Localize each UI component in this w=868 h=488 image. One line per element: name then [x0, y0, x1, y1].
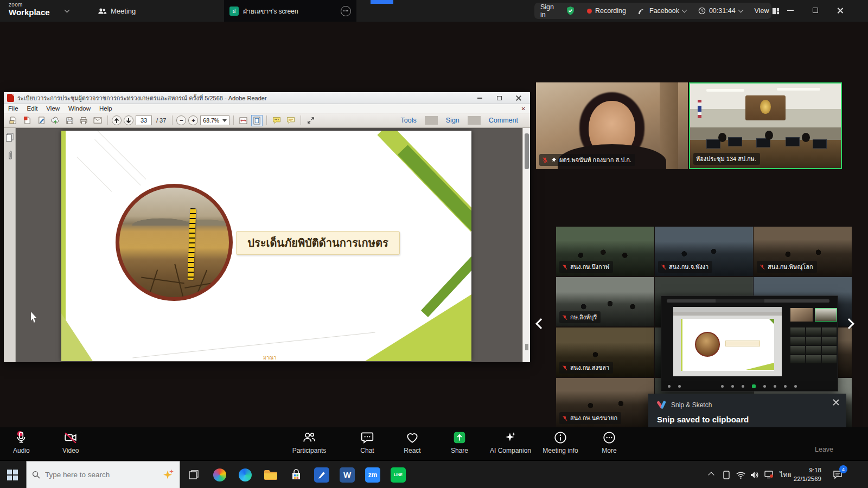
chat-icon	[360, 431, 374, 445]
leave-button[interactable]: Leave	[815, 446, 833, 453]
video-tile[interactable]: สนง.กษ.สงขลา	[556, 328, 654, 377]
taskbar-line-app[interactable]: LINE	[386, 461, 411, 488]
tray-display-icon[interactable]	[762, 461, 776, 488]
highlight-note-button[interactable]	[285, 114, 297, 126]
edit-pdf-button[interactable]	[35, 114, 47, 126]
adobe-maximize-button[interactable]	[491, 93, 507, 103]
task-view-button[interactable]	[181, 461, 206, 488]
participants-button[interactable]: Participants	[288, 431, 331, 454]
tray-show-hidden-icons[interactable]	[703, 461, 719, 488]
menu-edit[interactable]: Edit	[27, 105, 38, 112]
video-tile[interactable]: สนง.กษ.นครนายก	[556, 378, 654, 427]
page-thumbnails-icon[interactable]	[5, 133, 14, 142]
adobe-close-button[interactable]	[510, 93, 527, 103]
taskbar-word-app[interactable]: W	[335, 461, 360, 488]
chat-button[interactable]: Chat	[354, 431, 381, 454]
adobe-document-area: ประเด็นภัยพิบัติด้านการเกษตร มาณา 13.33 …	[4, 128, 530, 362]
muted-mic-icon	[562, 415, 567, 421]
video-tile-pinned-speaker[interactable]: ผตร.พจนันท์ กองมาก ส.ป.ก.	[536, 82, 688, 169]
copilot-sparkle-icon	[163, 470, 174, 480]
page-number-input[interactable]: 33	[136, 115, 152, 125]
muted-mic-icon	[661, 264, 666, 270]
workspace-chevron-down-icon[interactable]	[65, 8, 70, 13]
zoom-in-button[interactable]: +	[188, 115, 198, 125]
tray-wifi-icon[interactable]	[733, 461, 748, 488]
app-minimize-button[interactable]	[778, 0, 802, 21]
share-tab-avatar: ฝ	[229, 7, 239, 16]
ai-companion-button[interactable]: AI Companion	[487, 431, 534, 454]
share-cloud-button[interactable]	[49, 114, 61, 126]
share-tab-more-icon[interactable]	[341, 6, 351, 16]
comment-bubble-button[interactable]	[271, 114, 283, 126]
app-close-button[interactable]	[828, 0, 852, 21]
gallery-prev-page-icon[interactable]	[535, 318, 546, 329]
encryption-shield-icon[interactable]	[560, 3, 581, 19]
recording-indicator[interactable]: Recording	[581, 3, 632, 19]
email-button[interactable]	[92, 114, 104, 126]
start-button[interactable]	[0, 461, 25, 488]
people-icon	[98, 7, 107, 15]
pdf-scrollbar[interactable]	[522, 128, 530, 362]
drought-photo-circle	[116, 184, 233, 301]
adobe-minimize-button[interactable]	[471, 93, 488, 103]
video-tile[interactable]: สนง.กษ.จ.พังงา	[655, 227, 753, 276]
next-page-button[interactable]	[124, 115, 133, 125]
meeting-timer[interactable]: 00:31:44	[692, 3, 749, 19]
facet-bottomleft-wedge	[61, 313, 93, 361]
fit-page-button[interactable]	[251, 115, 263, 126]
livestream-facebook[interactable]: Facebook	[632, 3, 692, 19]
save-button[interactable]	[63, 114, 75, 126]
menu-view[interactable]: View	[46, 105, 60, 112]
edge-icon	[239, 468, 252, 481]
search-input[interactable]	[45, 471, 158, 479]
tray-clock[interactable]: 9:18 22/1/2569	[788, 461, 821, 488]
sign-in-button[interactable]: Sign in	[534, 3, 560, 19]
brand-workplace: Workplace	[9, 8, 50, 16]
menu-window[interactable]: Window	[68, 105, 91, 112]
sign-panel-button[interactable]: Sign	[439, 117, 466, 124]
audio-button[interactable]: Audio	[13, 431, 30, 454]
tab-meeting[interactable]: Meeting	[92, 0, 141, 22]
menu-file[interactable]: File	[8, 105, 18, 112]
zoom-out-button[interactable]: −	[176, 115, 186, 125]
attachments-paperclip-icon[interactable]	[7, 150, 13, 160]
video-button[interactable]: Video	[62, 431, 79, 454]
open-file-button[interactable]	[7, 114, 19, 126]
meeting-info-button[interactable]: Meeting info	[539, 431, 582, 454]
video-tile[interactable]: สนง.กษ.พิษณุโลก	[754, 227, 852, 276]
action-center-button[interactable]: 4	[827, 461, 848, 488]
taskbar-mail-app[interactable]	[309, 461, 334, 488]
thai-flag	[698, 100, 701, 118]
create-pdf-button[interactable]	[21, 114, 33, 126]
video-tile[interactable]: สนง.กษ.บึงกาฬ	[556, 227, 654, 276]
print-button[interactable]	[78, 114, 90, 126]
taskbar-photos-app[interactable]	[207, 461, 232, 488]
comment-panel-button[interactable]: Comment	[482, 117, 525, 124]
slide-title-box: ประเด็นภัยพิบัติด้านการเกษตร	[236, 231, 400, 255]
taskbar-store-app[interactable]	[284, 461, 309, 488]
share-button[interactable]: Share	[446, 431, 473, 454]
pdf-scrollbar-thumb[interactable]	[525, 133, 529, 169]
app-restore-button[interactable]	[803, 0, 827, 21]
snip-preview-image[interactable]	[661, 296, 838, 391]
taskbar-edge-app[interactable]	[233, 461, 258, 488]
zoom-level-select[interactable]: 68.7%	[200, 115, 229, 125]
menubar-close-icon[interactable]: ✕	[521, 106, 526, 112]
tray-device-icon[interactable]	[719, 461, 733, 488]
previous-page-button[interactable]	[112, 115, 122, 125]
menu-help[interactable]: Help	[99, 105, 112, 112]
taskbar-search[interactable]	[26, 461, 180, 488]
fit-width-button[interactable]	[238, 115, 249, 126]
tab-shared-screen[interactable]: ฝ ฝ่ายเลขาฯ's screen	[224, 0, 356, 22]
tools-panel-button[interactable]: Tools	[394, 117, 423, 124]
tray-volume-icon[interactable]	[748, 461, 762, 488]
adobe-title-bar[interactable]: ระเบียบวาระการประชุมผู้ตรวจราชการกระทรวง…	[4, 92, 530, 104]
fullscreen-button[interactable]	[305, 114, 317, 126]
taskbar-zoom-app[interactable]: zm	[360, 461, 385, 488]
video-tile[interactable]: กษ.สิงห์บุรี	[556, 277, 654, 326]
more-button[interactable]: More	[596, 431, 623, 454]
taskbar-explorer-app[interactable]	[258, 461, 283, 488]
notification-close-icon[interactable]	[833, 399, 839, 405]
react-button[interactable]: React	[399, 431, 426, 454]
video-tile-active-speaker[interactable]: ห้องประชุม 134 สป.กษ.	[689, 82, 842, 169]
